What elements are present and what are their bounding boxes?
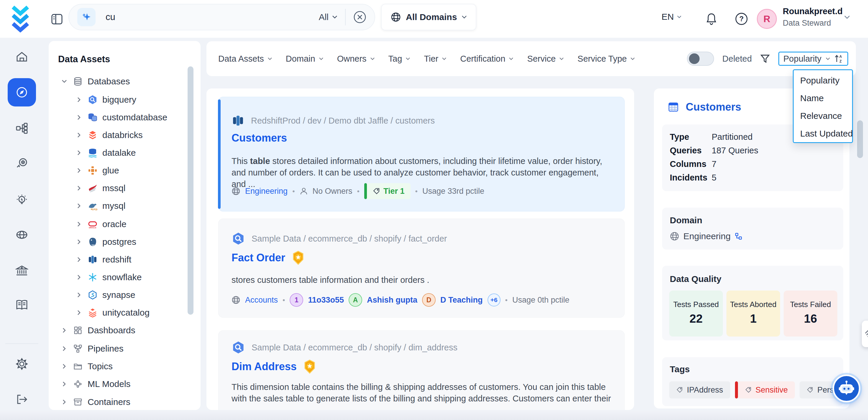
- domain-link[interactable]: Accounts: [245, 296, 278, 305]
- filter-tag[interactable]: Tag: [389, 54, 410, 64]
- filter-owners[interactable]: Owners: [337, 54, 375, 64]
- filter-certification[interactable]: Certification: [460, 54, 514, 64]
- result-card-fact-order[interactable]: Sample Data / ecommerce_db / shopify / f…: [218, 218, 625, 318]
- result-card-customers[interactable]: RedshiftProd / dev / Demo dbt Jaffle / c…: [218, 97, 625, 211]
- tree-node-redshift[interactable]: redshift: [49, 252, 187, 267]
- tree-node-databases[interactable]: Databases: [49, 74, 187, 88]
- tag-sensitive[interactable]: Sensitive: [735, 381, 795, 398]
- tests-passed-tile[interactable]: Tests Passed 22: [669, 291, 723, 336]
- owner-avatar[interactable]: D: [422, 293, 436, 307]
- detail-asset-title[interactable]: Customers: [686, 101, 741, 113]
- nav-observability-icon[interactable]: [8, 149, 36, 178]
- owner-link[interactable]: D Teaching: [440, 296, 483, 305]
- tree-scrollbar[interactable]: [188, 66, 193, 315]
- tree-node-containers[interactable]: Containers: [49, 395, 187, 409]
- filter-domain[interactable]: Domain: [286, 54, 323, 64]
- more-owners-badge[interactable]: +6: [488, 294, 500, 306]
- tree-node-mysql[interactable]: MySQL mysql: [49, 199, 187, 213]
- chat-assistant-button[interactable]: [833, 374, 860, 402]
- chevron-down-icon[interactable]: [844, 16, 850, 19]
- chevron-right-icon[interactable]: [74, 168, 84, 173]
- nav-explore-icon[interactable]: [8, 78, 36, 107]
- sort-option-popularity[interactable]: Popularity: [794, 72, 852, 89]
- chevron-right-icon[interactable]: [60, 364, 69, 369]
- clear-search-icon[interactable]: [353, 11, 366, 24]
- chevron-right-icon[interactable]: [74, 115, 84, 120]
- chevron-right-icon[interactable]: [60, 381, 69, 387]
- filter-service[interactable]: Service: [527, 54, 564, 64]
- search-input[interactable]: cu: [105, 12, 319, 22]
- domain-value[interactable]: Engineering: [683, 231, 731, 241]
- nav-logout-icon[interactable]: [8, 385, 36, 414]
- chevron-right-icon[interactable]: [74, 275, 84, 280]
- language-selector[interactable]: EN: [661, 12, 682, 22]
- asset-title-link[interactable]: Fact Order: [231, 251, 285, 264]
- tree-node-snowflake[interactable]: snowflake: [49, 270, 187, 284]
- search-scope-dropdown[interactable]: All: [319, 12, 337, 22]
- filter-tier[interactable]: Tier: [424, 54, 446, 64]
- breadcrumb[interactable]: Sample Data / ecommerce_db / shopify / d…: [252, 343, 458, 353]
- sort-selector[interactable]: Popularity AZ: [778, 52, 848, 66]
- tree-node-postgres[interactable]: postgres: [49, 235, 187, 249]
- tier-badge[interactable]: Tier 1: [364, 183, 410, 199]
- nav-glossary-icon[interactable]: [8, 291, 36, 319]
- tree-node-datalake[interactable]: datalake: [49, 146, 187, 160]
- notifications-bell-icon[interactable]: [706, 12, 717, 25]
- tree-node-topics[interactable]: Topics: [49, 359, 187, 373]
- tree-node-pipelines[interactable]: Pipelines: [49, 341, 187, 356]
- tree-node-bigquery[interactable]: bigquery: [49, 93, 187, 107]
- tree-node-mssql[interactable]: mssql: [49, 181, 187, 195]
- tree-node-glue[interactable]: glue: [49, 163, 187, 178]
- chevron-right-icon[interactable]: [74, 203, 84, 209]
- breadcrumb[interactable]: RedshiftProd / dev / Demo dbt Jaffle / c…: [251, 116, 435, 126]
- owner-link[interactable]: 11o33o55: [308, 296, 344, 305]
- chevron-right-icon[interactable]: [74, 185, 84, 191]
- nav-insights-icon[interactable]: [8, 186, 36, 214]
- tests-failed-tile[interactable]: Tests Failed 16: [784, 291, 837, 336]
- nav-home-icon[interactable]: [8, 43, 36, 71]
- owner-link[interactable]: Ashish gupta: [367, 296, 417, 305]
- user-menu[interactable]: Rounakpreet.d Data Steward: [783, 6, 843, 28]
- page-scrollbar[interactable]: [857, 120, 863, 158]
- asset-title-link[interactable]: Dim Address: [231, 360, 297, 373]
- filter-service-type[interactable]: Service Type: [578, 54, 635, 64]
- app-logo-icon[interactable]: [11, 5, 30, 32]
- all-domains-selector[interactable]: All Domains: [381, 4, 476, 30]
- sort-option-last-updated[interactable]: Last Updated: [794, 125, 852, 143]
- filter-data-assets[interactable]: Data Assets: [218, 54, 272, 64]
- tree-node-ml-models[interactable]: ML Models: [49, 377, 187, 391]
- lineage-icon[interactable]: [735, 233, 742, 240]
- tree-node-customdatabase[interactable]: customdatabase: [49, 110, 187, 124]
- user-avatar[interactable]: R: [757, 9, 777, 29]
- owner-avatar[interactable]: A: [349, 293, 362, 307]
- tree-node-synapse[interactable]: synapse: [49, 288, 187, 302]
- domain-link[interactable]: Engineering: [245, 187, 287, 196]
- asset-title-link[interactable]: Customers: [231, 132, 287, 144]
- tree-node-oracle[interactable]: ORACLE oracle: [49, 217, 187, 231]
- tests-aborted-tile[interactable]: Tests Aborted 1: [726, 291, 780, 336]
- tree-node-databricks[interactable]: databricks: [49, 128, 187, 142]
- nav-data-products-icon[interactable]: [8, 257, 36, 285]
- nav-governance-icon[interactable]: [8, 114, 36, 143]
- sort-az-icon[interactable]: AZ: [834, 54, 843, 63]
- tag-ipaddress[interactable]: IPAddress: [669, 381, 730, 398]
- result-card-dim-address[interactable]: Sample Data / ecommerce_db / shopify / d…: [218, 330, 625, 410]
- chevron-right-icon[interactable]: [74, 97, 84, 102]
- chevron-right-icon[interactable]: [74, 257, 84, 262]
- chevron-right-icon[interactable]: [74, 239, 84, 244]
- help-icon[interactable]: ?: [735, 12, 748, 25]
- chevron-right-icon[interactable]: [74, 132, 84, 138]
- nav-settings-icon[interactable]: [8, 350, 36, 378]
- tree-node-unitycatalog[interactable]: unitycatalog: [49, 305, 187, 320]
- collapsed-side-widget[interactable]: [862, 321, 868, 347]
- sort-option-name[interactable]: Name: [794, 89, 852, 107]
- chevron-down-icon[interactable]: [60, 80, 69, 83]
- chevron-right-icon[interactable]: [74, 310, 84, 315]
- owner-avatar[interactable]: 1: [290, 293, 303, 307]
- chevron-right-icon[interactable]: [60, 346, 69, 351]
- breadcrumb[interactable]: Sample Data / ecommerce_db / shopify / f…: [252, 234, 447, 244]
- tree-node-dashboards[interactable]: Dashboards: [49, 323, 187, 337]
- global-search-bar[interactable]: cu All: [68, 4, 375, 30]
- filter-funnel-icon[interactable]: [760, 54, 770, 64]
- chevron-right-icon[interactable]: [74, 292, 84, 298]
